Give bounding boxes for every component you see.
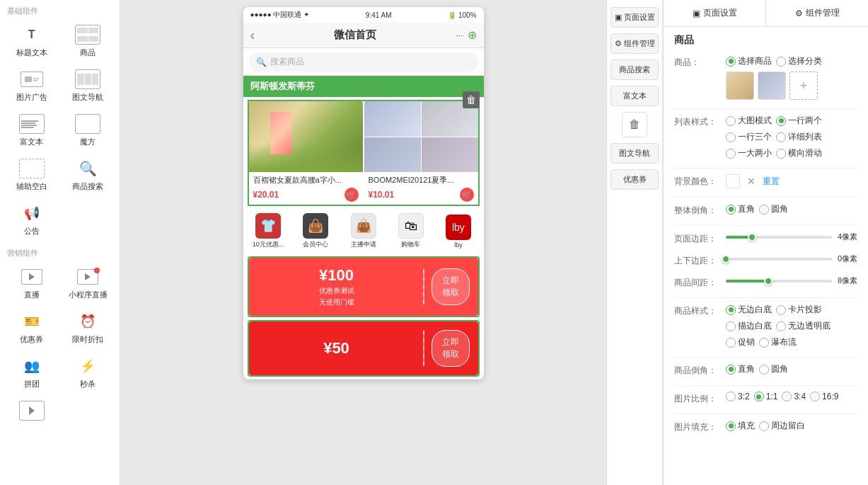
style-no-border-transparent[interactable]: 无边透明底 [776,320,831,332]
product-thumb-2[interactable] [758,72,786,100]
list-style-one-big-two[interactable]: 一大两小 [726,147,772,159]
style-waterfall[interactable]: 瀑布流 [759,336,797,348]
style-card-shadow[interactable]: 卡片投影 [776,304,822,316]
sidebar-item-seckill[interactable]: ⚡ 秒杀 [60,350,117,395]
square-label: 直角 [738,203,755,215]
ratio-16-9[interactable]: 16:9 [810,392,838,401]
product-card-1[interactable]: 百褶裙女夏款高腰a字小... ¥20.01 🛒 [249,101,363,205]
icon-nav-item-4[interactable]: 🛍 购物车 [388,213,433,249]
icon-nav-item-3[interactable]: 👜 主播申请 [341,213,386,249]
reset-color-btn[interactable]: 重置 [763,176,780,188]
select-product-radio[interactable]: 选择商品 [726,55,772,67]
fill-margin[interactable]: 周边留白 [759,420,805,432]
icon-nav-item-2[interactable]: 👜 会员中心 [294,213,338,249]
tb-margin-thumb[interactable] [722,255,730,263]
sidebar-item-spacer[interactable]: 辅助空白 [4,153,60,198]
product-style-group-3: 促销 瀑布流 [726,336,797,348]
list-style-one-row-three[interactable]: 一行三个 [726,131,772,143]
style-no-border-white[interactable]: 无边白底 [726,304,772,316]
list-style-one-row-two[interactable]: 一行两个 [776,115,822,127]
search-icon: 🔍 [75,159,100,178]
title-text-label: 标题文本 [16,47,47,58]
panel-tab-page-settings[interactable]: ▣ 页面设置 [664,0,766,26]
image-nav-icon [75,69,100,89]
coupon-label: 优惠券 [623,174,647,185]
product-style-label: 商品样式： [674,304,720,317]
product-card-2[interactable]: BOOM2MEI20121夏季... ¥10.01 🛒 [364,101,478,205]
sidebar-item-coupon[interactable]: 🎫 优惠券 [4,306,60,350]
phone-search-bar[interactable]: 🔍 搜索商品 [249,52,478,72]
product-corner-square[interactable]: 直角 [726,363,755,375]
select-product-radio-circle [726,57,736,67]
component-mgr-btn[interactable]: ⚙ 组件管理 [611,33,659,54]
product-search-label: 商品搜索 [619,64,650,75]
sidebar-item-product[interactable]: 商品 [60,19,117,64]
sidebar-item-live[interactable]: 直播 [4,261,60,306]
close-color-btn[interactable]: ✕ [747,176,756,187]
sidebar-item-announcement[interactable]: 📢 公告 [4,198,60,242]
cart-btn-2[interactable]: 🛒 [460,188,474,202]
product-component-selected[interactable]: 🗑 百褶裙女夏款高腰a字小... ¥20.01 [248,100,480,206]
sidebar-item-mini-live[interactable]: 小程序直播 [60,261,117,306]
list-style-horizontal[interactable]: 横向滑动 [776,147,822,159]
corner-square[interactable]: 直角 [726,203,755,215]
delete-component-btn[interactable]: 🗑 [463,91,480,108]
bg-color-box[interactable] [726,174,740,188]
panel-body: 商品 商品： 选择商品 选择分类 + [664,27,868,449]
icon-nav-item-1[interactable]: 👕 10元优惠... [246,213,291,249]
page-margin-slider[interactable] [726,236,832,239]
product-search-btn[interactable]: 商品搜索 [611,59,659,80]
rich-text-btn[interactable]: 富文本 [611,86,659,106]
basic-components-grid: T 标题文本 商品 图片广告 [0,19,120,242]
style-border-white[interactable]: 描边白底 [726,320,772,332]
more-button[interactable]: ··· [456,30,463,40]
coupon-component-2[interactable]: ¥50 立即 领取 [248,320,480,377]
back-button[interactable]: ‹ [250,27,255,43]
panel-tab-component-mgr[interactable]: ⚙ 组件管理 [766,0,868,26]
page-settings-btn[interactable]: ▣ 页面设置 [611,7,659,28]
cart-btn-1[interactable]: 🛒 [345,188,359,202]
product-thumb-1[interactable] [726,72,754,100]
page-margin-label: 页面边距： [674,232,720,245]
sidebar-item-group[interactable]: 👥 拼团 [4,350,60,395]
style-promo[interactable]: 促销 [726,336,755,348]
sidebar-item-image-nav[interactable]: 图文导航 [60,64,117,108]
fill-fill[interactable]: 填充 [726,420,755,432]
add-product-btn[interactable]: + [789,72,818,100]
coupon-component[interactable]: ¥100 优惠券测试 无使用门槛 立即 领取 [248,256,480,317]
coupon-claim-btn-2[interactable]: 立即 领取 [432,330,470,367]
ratio-3-4[interactable]: 3:4 [782,392,806,401]
sidebar-item-title-text[interactable]: T 标题文本 [4,19,60,64]
list-style-detail[interactable]: 详细列表 [776,131,822,143]
sidebar-item-search[interactable]: 🔍 商品搜索 [60,153,117,198]
corner-round[interactable]: 圆角 [759,203,788,215]
page-margin-thumb[interactable] [748,233,756,241]
divider-4 [674,225,857,226]
big-image-label: 大图模式 [738,115,772,127]
image-nav-btn[interactable]: 图文导航 [611,143,659,164]
sidebar-item-rich-text[interactable]: 富文本 [4,108,60,153]
panel-header: ▣ 页面设置 ⚙ 组件管理 [664,0,868,27]
list-style-big-image[interactable]: 大图模式 [726,115,772,127]
ratio-3-2[interactable]: 3:2 [726,392,750,401]
coupon-claim-btn-1[interactable]: 立即 领取 [432,268,470,305]
sidebar-item-discount[interactable]: ⏰ 限时折扣 [60,306,117,350]
tb-margin-slider[interactable] [726,258,832,261]
product-label: 商品 [80,47,96,58]
coupon-btn[interactable]: 优惠券 [611,169,659,190]
share-button[interactable]: ⊕ [468,28,477,42]
delete-btn[interactable]: 🗑 [622,112,647,137]
product-gap-slider[interactable] [726,280,832,283]
sidebar-item-more[interactable] [4,395,60,429]
prop-row-product: 商品： 选择商品 选择分类 + [674,55,857,100]
margin-label: 周边留白 [771,420,805,432]
product-gap-thumb[interactable] [764,277,772,285]
select-category-radio[interactable]: 选择分类 [776,55,822,67]
img-fill-content: 填充 周边留白 [726,420,857,432]
icon-nav-item-5[interactable]: lby lby [436,215,480,249]
ratio-3-2-label: 3:2 [738,392,750,401]
product-corner-round[interactable]: 圆角 [759,363,788,375]
sidebar-item-image-ad[interactable]: 图片广告 [4,64,60,108]
ratio-1-1[interactable]: 1:1 [754,392,778,401]
sidebar-item-magic[interactable]: 魔方 [60,108,117,153]
